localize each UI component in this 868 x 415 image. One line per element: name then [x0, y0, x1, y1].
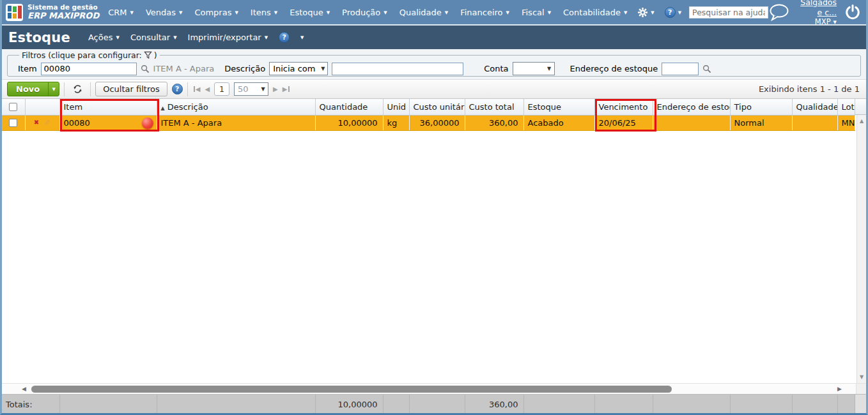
page-header-bar: Estoque Ações▼ Consultar▼ Imprimir/expor… [2, 24, 866, 49]
column-header-lote[interactable]: Lote [837, 99, 855, 115]
select-all-checkbox[interactable] [9, 103, 17, 111]
chevron-down-icon: ▼ [651, 11, 654, 15]
account-widget: Salgados e c... MXP ▼ [799, 0, 837, 27]
menu-compras[interactable]: Compras▼ [194, 8, 238, 17]
menu-consultar[interactable]: Consultar▼ [130, 33, 177, 42]
sort-asc-icon: ▲ [161, 105, 165, 111]
last-page-button[interactable]: ▶ [283, 86, 290, 93]
help-search [689, 6, 768, 19]
search-icon[interactable] [702, 64, 711, 73]
select-all-header[interactable] [2, 99, 25, 115]
page-help-menu[interactable]: ? [279, 32, 290, 43]
column-header-quantidade[interactable]: Quantidade [315, 99, 383, 115]
cell-qualidade [792, 115, 837, 130]
menu-acoes[interactable]: Ações▼ [88, 33, 120, 42]
search-icon[interactable] [141, 64, 150, 73]
top-navigation-bar: Sistema de gestão ERP MAXIPROD CRM▼ Vend… [2, 0, 866, 24]
menu-contabilidade[interactable]: Contabilidade▼ [563, 8, 627, 17]
descricao-filter-input[interactable] [332, 63, 463, 75]
edit-pencil-icon[interactable]: ✎ [43, 119, 50, 127]
next-page-button[interactable]: ▶ [273, 86, 278, 93]
horizontal-scrollbar-thumb[interactable] [31, 386, 672, 393]
brand-text: Sistema de gestão ERP MAXIPROD [27, 4, 99, 20]
column-header-vencimento[interactable]: Vencimento [594, 99, 653, 115]
inventory-table: Item ▲Descrição Quantidade Unid Custo un… [2, 99, 855, 131]
help-search-input[interactable] [689, 6, 768, 19]
pager: ◀ ◀ 1 50 ▼ ▶ ▶ [194, 82, 290, 96]
column-header-endereco[interactable]: Endereço de estoque [653, 99, 730, 115]
menu-crm[interactable]: CRM▼ [108, 8, 134, 17]
column-header-descricao[interactable]: ▲Descrição [157, 99, 315, 115]
hide-filters-button[interactable]: Ocultar filtros [95, 82, 167, 96]
scroll-left-icon[interactable]: ◀ [22, 386, 26, 392]
main-menu: CRM▼ Vendas▼ Compras▼ Itens▼ Estoque▼ Pr… [108, 8, 627, 17]
menu-qualidade[interactable]: Qualidade▼ [399, 8, 449, 17]
page-size-select[interactable]: 50 ▼ [234, 82, 268, 96]
vertical-scrollbar[interactable]: ▲ ▼ [856, 115, 866, 383]
item-filter-input[interactable] [41, 63, 137, 75]
column-header-qualidade[interactable]: Qualidade [792, 99, 837, 115]
chevron-down-icon: ▼ [258, 86, 268, 92]
menu-imprimir-exportar[interactable]: Imprimir/exportar▼ [188, 33, 268, 42]
chevron-down-icon: ▼ [445, 11, 448, 15]
scroll-up-icon[interactable]: ▲ [857, 118, 866, 124]
conta-select[interactable]: ▼ [513, 62, 555, 75]
table-row[interactable]: ✖ ✎ 00080 ITEM A - Apara 10,00000 kg 36,… [2, 115, 855, 130]
page-number-box[interactable]: 1 [214, 82, 229, 96]
totals-custo-total: 360,00 [465, 395, 523, 414]
column-header-custo-unitario[interactable]: Custo unitário [409, 99, 465, 115]
totals-label: Totais: [2, 395, 59, 414]
menu-itens[interactable]: Itens▼ [251, 8, 277, 17]
item-description-hint: ITEM A - Apara [153, 64, 215, 73]
menu-producao[interactable]: Produção▼ [342, 8, 387, 17]
horizontal-scrollbar[interactable]: ◀ ▶ [2, 383, 866, 394]
column-header-custo-total[interactable]: Custo total [465, 99, 523, 115]
chat-bubble-icon[interactable] [768, 3, 791, 21]
page-more-menu[interactable]: ▼ [300, 35, 304, 40]
descricao-filter-label: Descrição [224, 64, 265, 73]
menu-financeiro[interactable]: Financeiro▼ [460, 8, 509, 17]
column-header-tipo[interactable]: Tipo [730, 99, 792, 115]
row-select-cell [2, 115, 25, 130]
grid-area: Item ▲Descrição Quantidade Unid Custo un… [2, 99, 866, 383]
endereco-filter-label: Endereço de estoque [570, 64, 658, 73]
chevron-down-icon: ▼ [274, 11, 277, 15]
column-header-item[interactable]: Item [59, 99, 157, 115]
help-menu[interactable]: ? ▼ [665, 7, 681, 18]
help-icon: ? [279, 32, 290, 43]
page-menu: Ações▼ Consultar▼ Imprimir/exportar▼ ? ▼ [88, 32, 304, 43]
power-icon[interactable] [844, 4, 861, 20]
endereco-filter-input[interactable] [662, 63, 699, 75]
settings-menu[interactable]: ▼ [637, 7, 654, 18]
cell-lote: MN00 [837, 115, 855, 130]
row-checkbox[interactable] [9, 119, 17, 127]
cell-quantidade: 10,00000 [315, 115, 383, 130]
help-icon: ? [665, 7, 676, 18]
menu-fiscal[interactable]: Fiscal▼ [522, 8, 551, 17]
chevron-down-icon: ▼ [318, 66, 327, 72]
menu-estoque[interactable]: Estoque▼ [290, 8, 330, 17]
item-filter-label: Item [18, 64, 37, 73]
refresh-button[interactable] [69, 82, 86, 96]
scroll-down-icon[interactable]: ▼ [857, 374, 866, 380]
account-link[interactable]: Salgados e c... [799, 0, 837, 17]
chevron-down-icon: ▼ [678, 11, 681, 15]
chevron-down-icon: ▼ [130, 11, 134, 15]
delete-icon[interactable]: ✖ [34, 119, 39, 126]
first-page-button[interactable]: ◀ [194, 86, 201, 93]
previous-page-button[interactable]: ◀ [205, 86, 210, 93]
scroll-right-icon[interactable]: ▶ [837, 386, 842, 392]
cell-custo-total: 360,00 [465, 115, 523, 130]
topbar-right: Salgados e c... MXP ▼ [768, 0, 861, 27]
help-icon[interactable]: ? [172, 84, 183, 94]
actions-column-header [25, 99, 59, 115]
menu-vendas[interactable]: Vendas▼ [146, 8, 183, 17]
new-button[interactable]: Novo ▼ [7, 82, 59, 96]
app-logo[interactable] [6, 4, 23, 21]
filters-legend[interactable]: Filtros (clique para configurar: ) [19, 50, 160, 60]
column-header-unid[interactable]: Unid [383, 99, 409, 115]
descricao-operator-select[interactable]: Inicia com ▼ [269, 62, 328, 75]
brand-title: ERP MAXIPROD [27, 11, 99, 20]
column-header-estoque[interactable]: Estoque [523, 99, 594, 115]
chevron-down-icon: ▼ [300, 36, 304, 40]
